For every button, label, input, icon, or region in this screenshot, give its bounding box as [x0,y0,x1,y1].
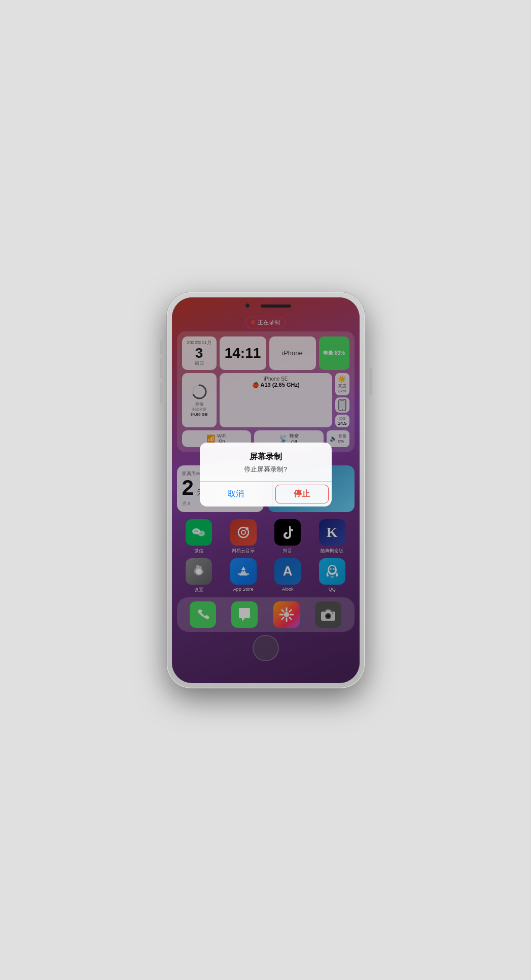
dialog-title: 屏幕录制 [210,452,322,462]
volume-up-button[interactable] [160,358,163,379]
dialog-content: 屏幕录制 停止屏幕录制? [200,443,332,481]
phone-inner: 正在录制 2022年11月 3 周四 14:11 iPhone [172,297,360,683]
dialog-overlay: 屏幕录制 停止屏幕录制? 取消 停止 [172,297,360,683]
stop-recording-dialog: 屏幕录制 停止屏幕录制? 取消 停止 [200,443,332,506]
phone-frame: 正在录制 2022年11月 3 周四 14:11 iPhone [167,292,365,688]
cancel-button[interactable]: 取消 [200,482,272,506]
stop-button[interactable]: 停止 [275,485,329,503]
dialog-buttons: 取消 停止 [200,482,332,506]
silent-switch[interactable] [160,341,163,355]
screen: 正在录制 2022年11月 3 周四 14:11 iPhone [172,297,360,683]
volume-down-button[interactable] [160,383,163,403]
power-button[interactable] [369,367,372,395]
dialog-message: 停止屏幕录制? [210,465,322,474]
